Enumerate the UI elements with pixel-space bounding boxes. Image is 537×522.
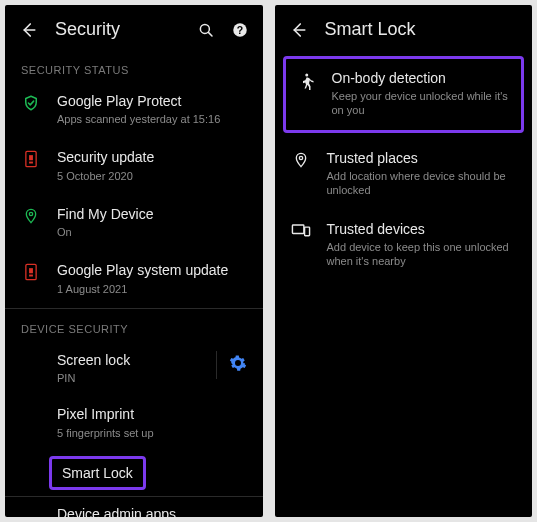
row-title: Trusted devices	[327, 220, 517, 238]
smart-lock-screen: Smart Lock On-body detection Keep your d…	[275, 5, 533, 517]
row-title: Google Play system update	[57, 261, 247, 279]
svg-text:?: ?	[236, 23, 242, 35]
row-device-admin-apps[interactable]: Device admin apps 1 active app	[5, 497, 263, 517]
row-pixel-imprint[interactable]: Pixel Imprint 5 fingerprints set up	[5, 397, 263, 449]
divider	[216, 351, 217, 379]
row-title: Find My Device	[57, 205, 247, 223]
svg-rect-10	[29, 269, 33, 274]
svg-point-13	[305, 74, 308, 77]
row-find-my-device[interactable]: Find My Device On	[5, 195, 263, 251]
search-icon[interactable]	[197, 21, 215, 39]
svg-rect-16	[304, 227, 309, 236]
row-title: On-body detection	[332, 69, 512, 87]
row-sub: 5 October 2020	[57, 169, 247, 183]
update-alert-icon	[21, 148, 41, 168]
shield-check-icon	[21, 92, 41, 112]
svg-point-1	[200, 24, 209, 33]
row-sub: Add location where device should be unlo…	[327, 169, 517, 198]
row-sub: 1 August 2021	[57, 282, 247, 296]
walking-person-icon	[296, 69, 316, 91]
svg-rect-7	[29, 162, 33, 164]
row-sub: Add device to keep this one unlocked whe…	[327, 240, 517, 269]
row-title: Device admin apps	[57, 505, 247, 517]
row-sub: PIN	[57, 371, 192, 385]
svg-point-8	[29, 212, 32, 215]
row-title: Screen lock	[57, 351, 192, 369]
row-title: Google Play Protect	[57, 92, 247, 110]
help-icon[interactable]: ?	[231, 21, 249, 39]
row-trusted-places[interactable]: Trusted places Add location where device…	[275, 139, 533, 210]
row-smart-lock[interactable]: Smart Lock	[49, 456, 146, 490]
row-security-update[interactable]: Security update 5 October 2020	[5, 138, 263, 194]
row-sub: Keep your device unlocked while it's on …	[332, 89, 512, 118]
row-sub: Apps scanned yesterday at 15:16	[57, 112, 247, 126]
row-trusted-devices[interactable]: Trusted devices Add device to keep this …	[275, 210, 533, 281]
row-title: Trusted places	[327, 149, 517, 167]
system-update-alert-icon	[21, 261, 41, 281]
security-settings-screen: Security ? SECURITY STATUS Google Play P…	[5, 5, 263, 517]
location-pin-icon	[291, 149, 311, 169]
gear-icon[interactable]	[229, 354, 247, 376]
app-bar: Security ?	[5, 5, 263, 50]
section-header-device-security: DEVICE SECURITY	[5, 309, 263, 341]
row-title: Security update	[57, 148, 247, 166]
svg-rect-15	[292, 225, 303, 234]
app-bar: Smart Lock	[275, 5, 533, 50]
row-system-update[interactable]: Google Play system update 1 August 2021	[5, 251, 263, 307]
svg-line-2	[208, 32, 211, 35]
row-sub: On	[57, 225, 247, 239]
location-pin-icon	[21, 205, 41, 225]
svg-rect-6	[29, 156, 33, 161]
row-title: Smart Lock	[62, 465, 133, 481]
svg-point-14	[299, 156, 302, 159]
back-icon[interactable]	[289, 21, 307, 39]
row-play-protect[interactable]: Google Play Protect Apps scanned yesterd…	[5, 82, 263, 138]
row-title: Pixel Imprint	[57, 405, 247, 423]
page-title: Security	[55, 19, 179, 40]
section-header-security-status: SECURITY STATUS	[5, 50, 263, 82]
svg-rect-11	[29, 275, 33, 277]
row-screen-lock[interactable]: Screen lock PIN	[5, 341, 263, 397]
devices-icon	[291, 220, 311, 238]
back-icon[interactable]	[19, 21, 37, 39]
row-sub: 5 fingerprints set up	[57, 426, 247, 440]
row-on-body-detection[interactable]: On-body detection Keep your device unloc…	[283, 56, 525, 133]
page-title: Smart Lock	[325, 19, 519, 40]
